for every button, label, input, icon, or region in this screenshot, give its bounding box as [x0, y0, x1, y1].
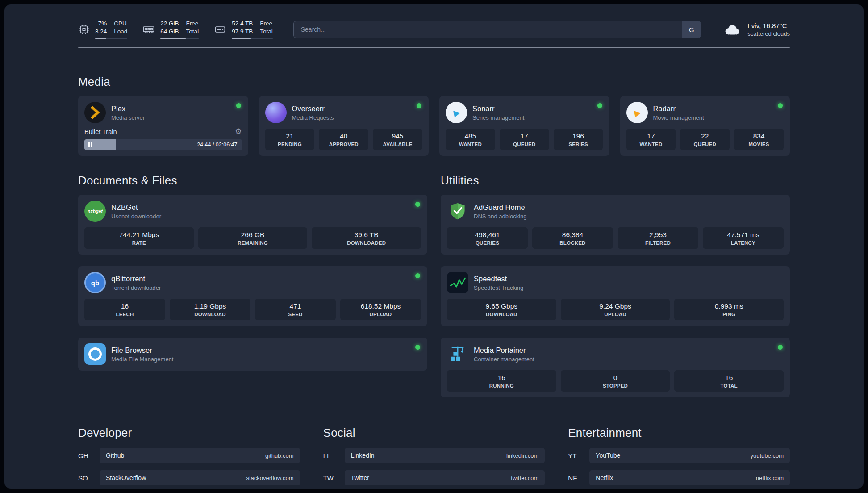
service-link-adguard[interactable]: AdGuard Home DNS and adblocking: [447, 201, 736, 222]
service-link-filebrowser[interactable]: File Browser Media File Management: [84, 343, 374, 365]
cpu-icon: [78, 24, 90, 35]
stat-label: QUERIES: [449, 240, 526, 246]
bookmark-row: GHGithubgithub.com: [78, 448, 300, 463]
search-provider-button[interactable]: G: [682, 21, 701, 38]
disk-label-bottom: Total: [260, 28, 273, 35]
stat-box: 0.993 msPING: [674, 299, 784, 320]
bookmark-rows: GHGithubgithub.comSOStackOverflowstackov…: [78, 448, 300, 489]
stats-row: 17WANTED22QUEUED834MOVIES: [626, 129, 784, 150]
stats-row: 21PENDING40APPROVED945AVAILABLE: [265, 129, 423, 150]
stat-label: DOWNLOADED: [313, 240, 419, 246]
bookmark-link[interactable]: LinkedInlinkedin.com: [345, 448, 545, 463]
bookmark-row: NFNetflixnetflix.com: [568, 470, 790, 485]
stat-label: APPROVED: [321, 142, 367, 147]
service-link-plex[interactable]: Plex Media server: [84, 102, 220, 123]
stat-value: 9.24 Gbps: [563, 302, 668, 310]
stats-row: 744.21 MbpsRATE266 GBREMAINING39.6 TBDOW…: [84, 227, 421, 249]
status-dot: [415, 273, 420, 278]
bookmark-group-social: Social LILinkedInlinkedin.comTWTwittertw…: [323, 426, 545, 489]
stat-value: 2,953: [619, 231, 697, 239]
bookmark-name: YouTube: [596, 452, 620, 459]
service-title: Media Portainer: [474, 346, 534, 355]
adguard-icon: [447, 201, 468, 222]
stat-box: 16LEECH: [84, 299, 165, 320]
weather-widget[interactable]: Lviv, 16.87°C scattered clouds: [722, 22, 790, 37]
status-dot: [236, 103, 241, 108]
bookmark-url: linkedin.com: [506, 452, 538, 459]
player-time: 24:44 / 02:06:47: [197, 142, 237, 148]
stat-box: 834MOVIES: [734, 129, 784, 150]
pause-icon[interactable]: [88, 142, 92, 147]
stats-row: 16LEECH1.19 GbpsDOWNLOAD471SEED618.52 Mb…: [84, 299, 421, 320]
search-input[interactable]: [293, 21, 701, 38]
cpu-widget: 7% CPU 3.24 Load: [78, 20, 127, 39]
bookmark-link[interactable]: Twittertwitter.com: [345, 470, 545, 485]
service-link-sonarr[interactable]: Sonarr Series management: [446, 102, 581, 123]
stat-label: WANTED: [628, 142, 674, 147]
stat-label: TOTAL: [676, 383, 782, 389]
gear-icon[interactable]: ⚙: [235, 128, 242, 135]
service-title: Overseerr: [292, 104, 334, 113]
bookmark-link[interactable]: Netflixnetflix.com: [589, 470, 790, 485]
nzbget-icon: nzbget: [84, 201, 106, 222]
status-dot: [415, 345, 420, 350]
service-link-speedtest[interactable]: Speedtest Speedtest Tracking: [447, 272, 736, 293]
bookmark-url: twitter.com: [511, 475, 538, 481]
service-card-portainer: Media Portainer Container management 16R…: [441, 338, 790, 397]
plex-icon: [84, 102, 106, 123]
disk-free: 52.4 TB: [232, 20, 253, 27]
bookmark-abbr: YT: [568, 452, 588, 460]
now-playing-title: Bullet Train: [84, 128, 117, 135]
service-subtitle: Media File Management: [111, 356, 173, 363]
dashboard-panel: 7% CPU 3.24 Load 22 GiB Free 64 GiB: [4, 4, 864, 489]
bookmark-link[interactable]: YouTubeyoutube.com: [589, 448, 790, 463]
stat-label: MOVIES: [736, 142, 782, 147]
bookmark-name: LinkedIn: [351, 452, 375, 459]
stat-value: 47.571 ms: [705, 231, 782, 239]
status-dot: [417, 103, 421, 108]
service-card-filebrowser: File Browser Media File Management: [78, 338, 427, 371]
service-title: Radarr: [653, 104, 704, 113]
stat-value: 39.6 TB: [313, 231, 419, 239]
cpu-label-bottom: Load: [114, 28, 127, 35]
player-progress-bar[interactable]: 24:44 / 02:06:47: [84, 139, 242, 150]
service-link-qbittorrent[interactable]: qb qBittorrent Torrent downloader: [84, 272, 374, 293]
bookmark-link[interactable]: StackOverflowstackoverflow.com: [100, 470, 300, 485]
disk-widget: 52.4 TB Free 97.9 TB Total: [214, 20, 273, 39]
stat-value: 9.65 Gbps: [449, 302, 555, 310]
stat-value: 86,384: [534, 231, 611, 239]
cpu-label-top: CPU: [114, 20, 127, 27]
status-dot: [597, 103, 602, 108]
bookmark-name: Twitter: [351, 474, 369, 481]
stat-label: DOWNLOAD: [449, 312, 555, 317]
bookmark-url: youtube.com: [751, 452, 784, 459]
service-link-portainer[interactable]: Media Portainer Container management: [447, 343, 736, 365]
service-subtitle: Speedtest Tracking: [474, 284, 523, 291]
stat-label: UPLOAD: [342, 312, 419, 317]
stat-value: 196: [555, 132, 601, 140]
service-title: File Browser: [111, 346, 173, 355]
service-subtitle: Series management: [472, 114, 524, 121]
stat-label: RATE: [86, 240, 192, 246]
status-dot: [778, 103, 783, 108]
stat-box: 40APPROVED: [319, 129, 368, 150]
status-dot: [778, 345, 783, 350]
service-link-nzbget[interactable]: nzbget NZBGet Usenet downloader: [84, 201, 374, 222]
stat-label: FILTERED: [619, 240, 697, 246]
stats-row: 485WANTED17QUEUED196SERIES: [446, 129, 603, 150]
stat-label: STOPPED: [563, 383, 668, 389]
stat-value: 1.19 Gbps: [171, 302, 249, 310]
service-title: AdGuard Home: [474, 203, 527, 212]
stat-box: 196SERIES: [554, 129, 603, 150]
section-title-media: Media: [78, 75, 790, 89]
service-subtitle: Container management: [474, 356, 534, 363]
service-link-overseerr[interactable]: Overseerr Media Requests: [265, 102, 401, 123]
stat-box: 0STOPPED: [561, 370, 670, 392]
stat-box: 21PENDING: [265, 129, 315, 150]
bookmark-link[interactable]: Githubgithub.com: [100, 448, 300, 463]
service-link-radarr[interactable]: Radarr Movie management: [626, 102, 762, 123]
section-title-entertainment: Entertainment: [568, 426, 790, 440]
bookmark-name: Github: [106, 452, 124, 459]
stats-row: 9.65 GbpsDOWNLOAD9.24 GbpsUPLOAD0.993 ms…: [447, 299, 784, 320]
stat-box: 22QUEUED: [680, 129, 730, 150]
